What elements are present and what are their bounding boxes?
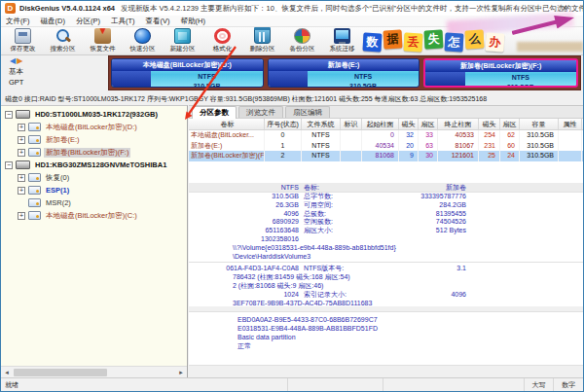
detail-right-value: 新加卷: [304, 183, 466, 193]
disk-nav-arrows[interactable]: ◀▶: [10, 56, 23, 65]
ad-banner[interactable]: 数据丢失怎么办: [363, 28, 583, 53]
partition-block-name: 新加卷(E:): [269, 59, 420, 71]
partition-block-info: NTFS310.5GB: [465, 73, 576, 86]
pie-icon: [294, 28, 310, 44]
column-header-3[interactable]: 标识: [341, 119, 362, 129]
expand-icon[interactable]: +: [18, 187, 25, 195]
table-cell: 310.5GB: [520, 151, 559, 161]
table-cell: 20: [399, 141, 419, 152]
detail-right-value: 74504526: [304, 218, 466, 227]
column-header-9[interactable]: 扇区: [500, 119, 520, 129]
column-header-2[interactable]: 文件系统: [302, 119, 341, 129]
partition-blocks: 本地磁盘(BitLocker加密)(D:)NTFS310.5GB新加卷(E:)N…: [108, 55, 581, 90]
detail-row-full: 2 (柱面:81068 磁头:9 扇区:46): [189, 282, 583, 291]
table-row-2[interactable]: 新加卷(BitLocker加密)(F:)2NTFS810689301216012…: [189, 151, 583, 161]
trash-icon: [254, 28, 271, 44]
collapse-icon[interactable]: −: [5, 111, 13, 119]
tree-item-label: ESP(1): [44, 186, 71, 195]
table-cell: [341, 130, 362, 141]
column-header-7[interactable]: 终止柱面: [438, 119, 479, 129]
column-header-4[interactable]: 起始柱面: [362, 119, 399, 129]
toolbar-button-recover[interactable]: 恢复文件: [83, 27, 123, 55]
column-header-11[interactable]: 属性: [559, 119, 582, 129]
table-cell: 本地磁盘(BitLocker...: [189, 130, 265, 141]
status-bar: 就绪 大写 数字: [1, 377, 583, 391]
menu-item-1[interactable]: 磁盘(D): [41, 17, 65, 26]
sidebar-item-3[interactable]: +新加卷(BitLocker加密)(F:): [1, 146, 187, 159]
detail-left-value: 26.3GB: [189, 201, 299, 210]
expand-icon[interactable]: +: [18, 124, 25, 131]
toolbar-button-quick[interactable]: 快速分区: [123, 27, 163, 55]
sidebar-item-7[interactable]: MSR(2): [1, 196, 187, 209]
scroll-right-icon[interactable]: ▸: [175, 367, 187, 377]
disk-tree-panel: −HD0:ST1000LM035-1RK172(932GB)+本地磁盘(BitL…: [1, 105, 188, 377]
tab-0[interactable]: 分区参数: [192, 106, 237, 119]
sidebar-item-2[interactable]: +新加卷(E:): [1, 133, 187, 146]
sidebar-item-4[interactable]: −HD1:KBG30ZMS128GNVMeTOSHIBA1: [1, 159, 187, 171]
column-header-6[interactable]: 扇区: [419, 119, 438, 129]
toolbar-button-search[interactable]: 搜索分区: [43, 27, 83, 55]
table-row-1[interactable]: 新加卷(E:)1NTFS4053420638106723160310.5GB: [189, 141, 583, 152]
partition-block-0[interactable]: 本地磁盘(BitLocker加密)(D:)NTFS310.5GB: [111, 58, 264, 88]
column-header-8[interactable]: 磁头: [479, 119, 500, 129]
partition-block-2[interactable]: 新加卷(BitLocker加密)(F:)NTFS310.5GB: [423, 58, 578, 88]
app-version: DiskGenius V5.4.0.1124 x64: [19, 4, 115, 13]
collapse-icon[interactable]: −: [5, 161, 13, 169]
toolbar-button-save[interactable]: 保存更改: [3, 27, 43, 55]
tree-item-label: 新加卷(E:): [44, 135, 82, 145]
sidebar-item-8[interactable]: +本地磁盘(BitLocker加密)(C:): [1, 209, 187, 222]
table-cell: NTFS: [302, 151, 341, 161]
menu-item-4[interactable]: 查看(V): [146, 17, 170, 26]
expand-icon[interactable]: +: [18, 212, 25, 220]
sidebar-item-6[interactable]: +ESP(1): [1, 184, 187, 196]
menu-item-2[interactable]: 分区(P): [76, 17, 100, 26]
column-header-1[interactable]: 序号(状态): [265, 119, 302, 129]
partition-size: 310.5GB: [465, 83, 576, 88]
partition-used-fill: [425, 72, 464, 86]
scroll-left-icon[interactable]: ◂: [1, 367, 13, 377]
minimize-icon[interactable]: —: [492, 1, 521, 16]
detail-left-value: 4096: [189, 210, 299, 219]
table-cell: 1: [265, 141, 302, 152]
tree-horizontal-scrollbar[interactable]: ◂ ▸: [1, 366, 187, 377]
expand-icon[interactable]: +: [18, 136, 25, 144]
toolbar-label: 快速分区: [130, 45, 156, 53]
menu-item-5[interactable]: 帮助(H): [181, 17, 205, 26]
status-cell-1: [288, 378, 383, 391]
partition-block-name: 本地磁盘(BitLocker加密)(D:): [112, 59, 263, 71]
table-row-0[interactable]: 本地磁盘(BitLocker...0NTFS032334053325462310…: [189, 130, 583, 141]
detail-right-value: 333395787776: [304, 193, 466, 201]
banner-tile-4: 怎: [445, 33, 464, 53]
menu-item-3[interactable]: 工具(T): [111, 17, 135, 26]
table-cell: [559, 130, 582, 141]
tab-2[interactable]: 扇区编辑: [285, 106, 330, 118]
toolbar-button-pie[interactable]: 备份分区: [282, 27, 322, 55]
tab-1[interactable]: 浏览文件: [238, 106, 283, 118]
toolbar-button-new[interactable]: 新建分区: [163, 27, 202, 55]
volume-icon: [28, 211, 41, 220]
disk-info-line: 磁盘0 接口:RAID 型号:ST1000LM035-1RK172 序列号:WK…: [1, 92, 583, 105]
menu-item-0[interactable]: 文件(F): [6, 17, 30, 26]
expand-icon[interactable]: +: [18, 174, 25, 182]
disk-table-type: 基本: [9, 67, 23, 77]
sidebar-item-0[interactable]: −HD0:ST1000LM035-1RK172(932GB): [1, 108, 187, 121]
partition-block-1[interactable]: 新加卷(E:)NTFS310.5GB: [268, 58, 420, 88]
sidebar-item-1[interactable]: +本地磁盘(BitLocker加密)(D:): [1, 121, 187, 133]
sidebar-item-5[interactable]: +恢复(0): [1, 171, 187, 184]
toolbar-label: 恢复文件: [91, 45, 116, 53]
toolbar-button-format[interactable]: 格式化: [202, 27, 242, 55]
toolbar-button-monitor[interactable]: 系统迁移: [322, 27, 362, 55]
expand-icon[interactable]: +: [18, 149, 25, 157]
status-ready: 就绪: [1, 378, 288, 391]
partition-guid-panel: EBD0A0A2-B9E5-4433-87C0-68B6B72699C7E031…: [189, 311, 583, 366]
toolbar-button-trash[interactable]: 删除分区: [242, 27, 282, 55]
column-header-10[interactable]: 容量: [520, 119, 559, 129]
scrollbar-thumb[interactable]: [14, 369, 107, 376]
column-header-0[interactable]: 卷标: [189, 119, 265, 129]
volume-icon: [28, 186, 41, 195]
volume-icon: [28, 173, 41, 182]
detail-right-value: 512 Bytes: [304, 227, 466, 235]
column-header-5[interactable]: 磁头: [399, 119, 419, 129]
next-disk-icon[interactable]: ▶: [17, 56, 23, 65]
table-cell: 40533: [438, 130, 479, 141]
